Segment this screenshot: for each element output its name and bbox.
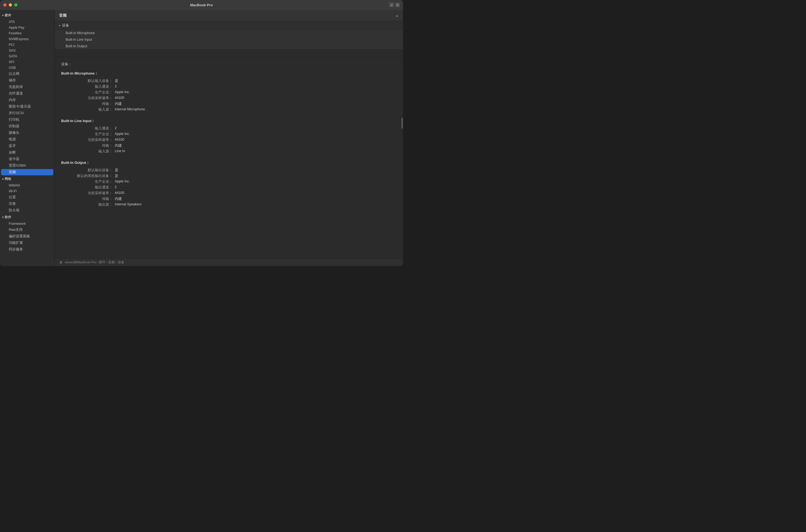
close-button[interactable]	[3, 3, 6, 6]
pip-button[interactable]: ⤢	[389, 3, 394, 7]
device-block: Built-in Output：默认输出设备：是默认的系统输出设备：是生产企业：…	[61, 160, 396, 207]
prop-value: Apple Inc.	[115, 179, 396, 184]
sidebar-item[interactable]: ATA	[1, 19, 53, 24]
prop-label: 默认输出设备：	[63, 168, 113, 173]
audio-section-header: 音频 ▲	[55, 10, 403, 22]
sidebar-item[interactable]: 雷雳/USB4	[1, 163, 53, 169]
sidebar-item[interactable]: 光纤通道	[1, 90, 53, 97]
prop-value: 44100	[115, 138, 396, 142]
prop-label: 输入通道：	[63, 84, 113, 89]
prop-value: 内建	[115, 101, 396, 106]
prop-value: 2	[115, 185, 396, 190]
sidebar-section-hardware[interactable]: ▾ 硬件	[0, 12, 54, 19]
audio-section-title: 音频	[59, 13, 67, 18]
prop-value: 2	[115, 126, 396, 131]
sidebar-item[interactable]: 偏好设置面板	[1, 233, 53, 240]
sidebar-section-software-label: 软件	[5, 215, 11, 220]
device-block: Built-in Microphone：默认输入设备：是输入通道：2生产企业：A…	[61, 71, 396, 112]
fullscreen-button[interactable]	[14, 3, 18, 6]
breadcrumb: steven的MacBook Pro › 硬件 › 音频 › 设备	[65, 260, 124, 264]
prop-value: 44100	[115, 191, 396, 195]
sidebar-item[interactable]: WWAN	[1, 183, 53, 188]
sidebar-item[interactable]: 图形卡/显示器	[1, 103, 53, 110]
property-grid: 默认输出设备：是默认的系统输出设备：是生产企业：Apple Inc.输出通道：2…	[63, 168, 396, 207]
sidebar-item[interactable]: 蓝牙	[1, 143, 53, 149]
prop-value: Line In	[115, 149, 396, 154]
sidebar-item[interactable]: USB	[1, 65, 53, 71]
sidebar-item[interactable]: 同步服务	[1, 246, 53, 253]
prop-label: 传输：	[63, 197, 113, 201]
computer-icon: 🖥	[59, 260, 62, 264]
sidebar-item[interactable]: 音频	[1, 169, 53, 175]
sidebar-item[interactable]: 诊断	[1, 149, 53, 156]
device-block: Built-in Line Input：输入通道：2生产企业：Apple Inc…	[61, 118, 396, 154]
sidebar-item[interactable]: 防火墙	[1, 207, 53, 213]
sidebar-item[interactable]: 宗卷	[1, 201, 53, 207]
sidebar-section-network[interactable]: ▾ 网络	[0, 176, 54, 183]
prop-value: 是	[115, 79, 396, 83]
device-list-item[interactable]: Built-in Output	[55, 43, 403, 50]
sidebar-item[interactable]: SATA	[1, 54, 53, 59]
prop-label: 默认输入设备：	[63, 79, 113, 83]
prop-value: 44100	[115, 96, 396, 100]
detail-area[interactable]: 设备： Built-in Microphone：默认输入设备：是输入通道：2生产…	[55, 57, 403, 258]
device-list-item[interactable]: Built-in Line Input	[55, 36, 403, 43]
sidebar-item[interactable]: 光盘刻录	[1, 84, 53, 90]
devices-sub-header-label: 设备	[62, 23, 69, 28]
sidebar-section-hardware-label: 硬件	[5, 13, 11, 18]
sidebar: ▾ 硬件 ATAApple PayFireWireNVMExpressPCISA…	[0, 10, 55, 266]
scrollbar[interactable]	[401, 118, 403, 129]
sidebar-item[interactable]: 位置	[1, 194, 53, 201]
prop-label: 生产企业：	[63, 179, 113, 184]
sidebar-item[interactable]: 储存	[1, 77, 53, 83]
sidebar-item[interactable]: PCI	[1, 42, 53, 48]
device-block-title: Built-in Line Input：	[61, 118, 396, 124]
device-list-item[interactable]: Built-in Microphone	[55, 30, 403, 36]
prop-value: 是	[115, 174, 396, 178]
sidebar-item[interactable]: 并行SCSI	[1, 110, 53, 116]
sidebar-item[interactable]: FireWire	[1, 31, 53, 36]
detail-section-label: 设备：	[61, 62, 396, 66]
window-controls-right: ⤢ ✕	[389, 3, 400, 7]
sidebar-item[interactable]: Raw支持	[1, 227, 53, 233]
devices-sub-header[interactable]: ▾ 设备	[55, 22, 403, 30]
prop-label: 传输：	[63, 101, 113, 106]
prop-label: 当前采样速率：	[63, 191, 113, 195]
sidebar-section-software[interactable]: ▾ 软件	[0, 214, 54, 221]
devices-panel: ▾ 设备 Built-in MicrophoneBuilt-in Line In…	[55, 22, 403, 50]
prop-label: 生产企业：	[63, 90, 113, 95]
chevron-down-icon: ▾	[2, 14, 3, 17]
window-title: MacBook Pro	[190, 3, 213, 7]
minimize-button[interactable]	[9, 3, 12, 6]
sidebar-item[interactable]: Framework	[1, 221, 53, 226]
sidebar-item[interactable]: Apple Pay	[1, 25, 53, 30]
sidebar-item[interactable]: 读卡器	[1, 156, 53, 162]
title-bar: MacBook Pro ⤢ ✕	[0, 0, 403, 10]
collapse-button[interactable]: ▲	[395, 14, 399, 18]
prop-value: Apple Inc.	[115, 90, 396, 95]
prop-label: 输出源：	[63, 202, 113, 207]
close-x-button[interactable]: ✕	[395, 3, 400, 7]
sidebar-item[interactable]: 打印机	[1, 117, 53, 123]
sidebar-item[interactable]: SAS	[1, 48, 53, 53]
sidebar-item[interactable]: 以太网	[1, 71, 53, 77]
sidebar-item[interactable]: 功能扩展	[1, 240, 53, 246]
sidebar-item[interactable]: 内存	[1, 97, 53, 103]
device-block-title: Built-in Output：	[61, 160, 396, 165]
sidebar-item[interactable]: SPI	[1, 59, 53, 65]
sidebar-item[interactable]: 摄像头	[1, 130, 53, 136]
app-window: MacBook Pro ⤢ ✕ ▾ 硬件 ATAApple PayFireWir…	[0, 0, 403, 266]
prop-label: 当前采样速率：	[63, 138, 113, 142]
traffic-lights	[3, 3, 18, 6]
chevron-down-icon-sw: ▾	[2, 216, 3, 219]
content-area: 音频 ▲ ▾ 设备 Built-in MicrophoneBuilt-in Li…	[55, 10, 403, 266]
sidebar-item[interactable]: NVMExpress	[1, 36, 53, 42]
sidebar-item[interactable]: 控制器	[1, 123, 53, 130]
sidebar-item[interactable]: Wi-Fi	[1, 188, 53, 194]
property-grid: 输入通道：2生产企业：Apple Inc.当前采样速率：44100传输：内建输入…	[63, 126, 396, 154]
prop-label: 当前采样速率：	[63, 96, 113, 100]
prop-label: 输出通道：	[63, 185, 113, 190]
prop-value: 是	[115, 168, 396, 173]
sidebar-item[interactable]: 电源	[1, 136, 53, 142]
chevron-down-icon-net: ▾	[2, 177, 3, 180]
